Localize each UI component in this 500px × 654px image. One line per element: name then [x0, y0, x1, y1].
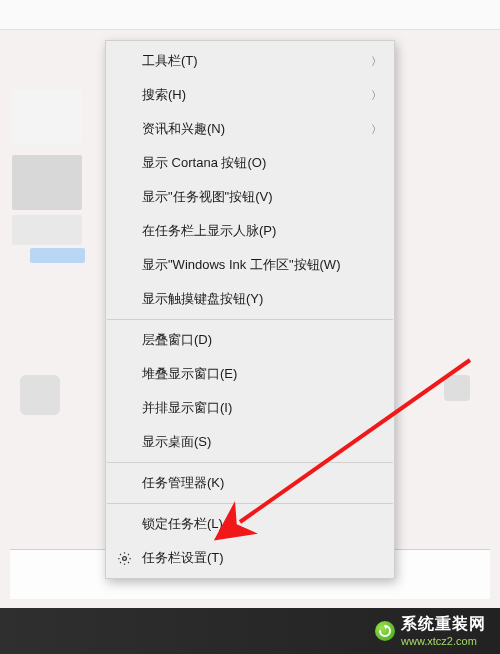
menu-item-label: 堆叠显示窗口(E) [142, 365, 237, 383]
menu-item-stacked[interactable]: 堆叠显示窗口(E) [106, 357, 394, 391]
menu-item-showdesktop[interactable]: 显示桌面(S) [106, 425, 394, 459]
chevron-right-icon: 〉 [371, 122, 382, 137]
bg-thumb [444, 375, 470, 401]
chevron-right-icon: 〉 [371, 54, 382, 69]
menu-item-label: 显示 Cortana 按钮(O) [142, 154, 266, 172]
watermark-brand: 系统重装网 [401, 615, 486, 633]
taskbar-context-menu: 工具栏(T)〉搜索(H)〉资讯和兴趣(N)〉显示 Cortana 按钮(O)显示… [105, 40, 395, 579]
bg-thumb [12, 155, 82, 210]
menu-item-label: 显示触摸键盘按钮(Y) [142, 290, 263, 308]
svg-point-0 [122, 556, 126, 560]
menu-item-search[interactable]: 搜索(H)〉 [106, 78, 394, 112]
menu-item-cortana[interactable]: 显示 Cortana 按钮(O) [106, 146, 394, 180]
menu-item-label: 搜索(H) [142, 86, 186, 104]
menu-item-label: 锁定任务栏(L) [142, 515, 223, 533]
bg-thumb [20, 375, 60, 415]
menu-item-taskview[interactable]: 显示"任务视图"按钮(V) [106, 180, 394, 214]
window-titlebar-fragment [0, 0, 500, 30]
bg-thumb [12, 90, 82, 145]
menu-item-touchkb[interactable]: 显示触摸键盘按钮(Y) [106, 282, 394, 316]
menu-item-people[interactable]: 在任务栏上显示人脉(P) [106, 214, 394, 248]
brand-logo-icon [375, 621, 395, 641]
menu-item-label: 显示桌面(S) [142, 433, 211, 451]
menu-item-sidebyside[interactable]: 并排显示窗口(I) [106, 391, 394, 425]
gear-icon [116, 550, 132, 566]
menu-item-label: 显示"Windows Ink 工作区"按钮(W) [142, 256, 340, 274]
menu-item-news[interactable]: 资讯和兴趣(N)〉 [106, 112, 394, 146]
menu-separator [107, 503, 393, 504]
menu-item-lock[interactable]: 锁定任务栏(L) [106, 507, 394, 541]
menu-item-label: 资讯和兴趣(N) [142, 120, 225, 138]
watermark-url: www.xtcz2.com [401, 635, 486, 647]
menu-item-label: 显示"任务视图"按钮(V) [142, 188, 273, 206]
menu-separator [107, 319, 393, 320]
bg-selection [30, 248, 85, 263]
menu-item-label: 工具栏(T) [142, 52, 198, 70]
menu-item-ink[interactable]: 显示"Windows Ink 工作区"按钮(W) [106, 248, 394, 282]
chevron-right-icon: 〉 [371, 88, 382, 103]
menu-item-label: 任务栏设置(T) [142, 549, 224, 567]
bg-thumb [12, 215, 82, 245]
menu-item-settings[interactable]: 任务栏设置(T) [106, 541, 394, 575]
menu-item-label: 并排显示窗口(I) [142, 399, 232, 417]
menu-item-label: 层叠窗口(D) [142, 331, 212, 349]
watermark-bar: 系统重装网 www.xtcz2.com [0, 608, 500, 654]
menu-item-taskmanager[interactable]: 任务管理器(K) [106, 466, 394, 500]
menu-item-cascade[interactable]: 层叠窗口(D) [106, 323, 394, 357]
menu-item-toolbar[interactable]: 工具栏(T)〉 [106, 44, 394, 78]
menu-item-label: 任务管理器(K) [142, 474, 224, 492]
menu-item-label: 在任务栏上显示人脉(P) [142, 222, 276, 240]
menu-separator [107, 462, 393, 463]
